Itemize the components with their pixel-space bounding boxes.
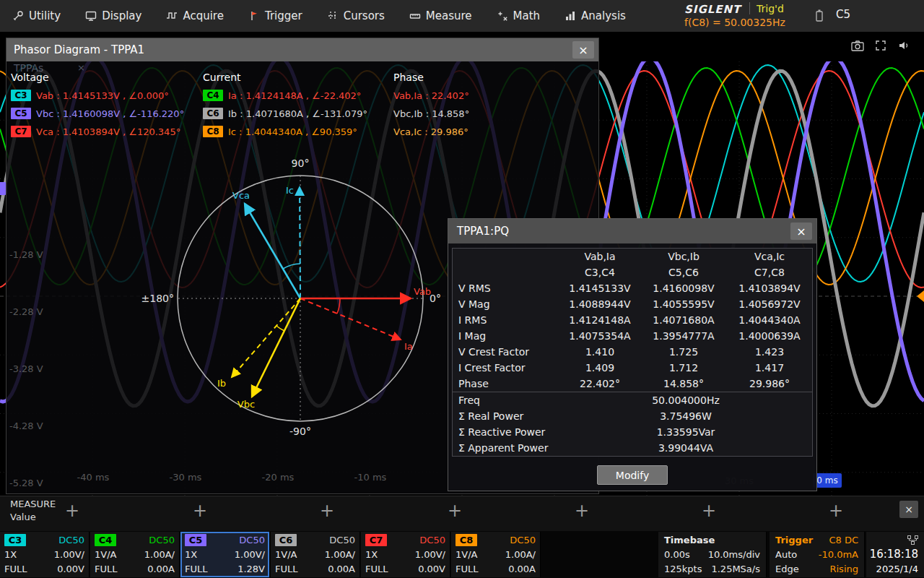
time-grid-label: -10 ms <box>354 472 387 483</box>
pq-value: 1.712 <box>640 362 727 374</box>
screenshot-camera-icon[interactable] <box>849 38 866 53</box>
menu-label: Trigger <box>265 9 302 22</box>
date-display: 2025/1/4 <box>876 564 918 574</box>
add-measurement-slot[interactable]: + <box>191 499 209 522</box>
channel-status-c4[interactable]: C4DC50 1V/A1.00A/ FULL0.00A <box>90 532 180 577</box>
channel-badge: C6 <box>203 108 223 119</box>
legend-value: Vbc,Ib : 14.858° <box>393 108 469 119</box>
frequency-counter-readout: f(C8) = 50.00325Hz <box>684 17 785 28</box>
pq-value: 1.423 <box>727 346 812 358</box>
menu-label: Analysis <box>581 9 626 22</box>
vbc-vector <box>252 298 300 397</box>
probe-label: 1X <box>185 549 197 560</box>
table-row: I Mag 1.4075354A 1.3954777A 1.4000639A <box>453 328 812 344</box>
pq-value: 1.4075354A <box>559 330 640 342</box>
pq-column-header: Vca,Ic <box>727 251 812 262</box>
add-measurement-slot[interactable]: + <box>699 499 718 522</box>
close-icon[interactable]: × <box>790 223 812 240</box>
coupling-label: DC50 <box>149 535 175 545</box>
timebase-panel[interactable]: Timebase 0.00s10.0ms/div 125kpts1.25MSa/… <box>658 532 767 577</box>
pq-row-label: V Crest Factor <box>453 346 559 358</box>
active-channel-label[interactable]: C5 <box>836 8 850 21</box>
trigger-status-label: Trig'd <box>757 3 784 14</box>
channel-status-c3[interactable]: C3DC50 1X1.00V/ FULL0.00V <box>0 532 90 577</box>
channel-status-c7[interactable]: C7DC50 1X1.00V/ FULL0.00V <box>361 532 450 577</box>
pq-value: 1.3954777A <box>640 330 727 342</box>
table-row: I RMS 1.4124148A 1.4071680A 1.4044340A <box>453 312 812 328</box>
add-measurement-slot[interactable]: + <box>63 499 82 522</box>
menu-bar: Utility Display Acquire Trigger Cursors … <box>0 0 924 33</box>
pq-row-label: V Mag <box>453 298 559 310</box>
add-measurement-slot[interactable]: + <box>572 499 591 522</box>
legend-current-header: Current <box>203 72 241 83</box>
legend-value: Vca : 1.4103894V , ∠120.345° <box>36 126 180 137</box>
pq-column-header-row: Vab,Ia Vbc,Ib Vca,Ic <box>453 249 812 264</box>
channel-badge: C3 <box>11 90 31 101</box>
channel-status-c5[interactable]: C5DC50 1X1.00V/ FULL1.28V <box>180 532 270 577</box>
legend-voltage-header: Voltage <box>11 72 49 83</box>
trigger-panel[interactable]: TriggerC8 DC Auto-10.0mA EdgeRising <box>770 532 865 577</box>
trigger-level-marker[interactable] <box>917 290 924 302</box>
siglent-logo: SIGLENT <box>684 3 741 16</box>
pq-channel-row: C3,C4 C5,C6 C7,C8 <box>453 264 812 280</box>
sound-icon[interactable] <box>895 38 912 53</box>
legend-phase-row: Vab,Ia : 22.402° <box>393 89 469 102</box>
pq-value: 1.4103894V <box>727 282 812 294</box>
measure-bar: MEASURE Value + + + + + + + × <box>0 496 924 532</box>
modify-button[interactable]: Modify <box>597 465 668 485</box>
topbar-divider <box>749 2 750 14</box>
menu-acquire[interactable]: Acquire <box>154 0 236 32</box>
volt-grid-label: -1.28 V <box>9 249 43 260</box>
ib-vector <box>232 298 300 377</box>
pq-column-header: Vbc,Ib <box>640 251 727 262</box>
pq-column-header: Vab,Ia <box>559 251 640 262</box>
menu-display[interactable]: Display <box>73 0 154 32</box>
pq-value: 1.410 <box>559 346 640 358</box>
channel-status-c6[interactable]: C6DC50 1V/A1.00A/ FULL0.00A <box>271 532 360 577</box>
probe-label: 1X <box>365 549 378 560</box>
bandwidth-label: FULL <box>4 564 27 574</box>
add-measurement-slot[interactable]: + <box>827 499 845 522</box>
menu-trigger[interactable]: Trigger <box>236 0 315 32</box>
pq-row-label: V RMS <box>453 282 559 294</box>
ia-label: Ia <box>404 341 413 352</box>
trigger-slope: Rising <box>829 564 858 574</box>
pq-row-label: I Mag <box>453 330 559 342</box>
coupling-label: DC50 <box>58 535 84 545</box>
menu-cursors[interactable]: Cursors <box>315 0 397 32</box>
channel-badge: C3 <box>4 534 26 546</box>
close-icon[interactable]: × <box>572 41 594 59</box>
pq-value: 1.417 <box>727 362 812 374</box>
measure-close-icon[interactable]: × <box>899 501 918 518</box>
pq-value: 1.4056972V <box>727 298 812 310</box>
menu-label: Measure <box>426 9 472 22</box>
freq-row: Freq 50.004000Hz <box>453 392 812 408</box>
menu-analysis[interactable]: Analysis <box>552 0 638 32</box>
bandwidth-label: FULL <box>365 564 388 574</box>
channel-badge: C7 <box>365 534 387 546</box>
vca-ic-angle-arc <box>283 264 300 269</box>
add-measurement-slot[interactable]: + <box>445 499 464 522</box>
trigger-source: C8 DC <box>829 535 858 545</box>
pq-value: 1.4071680A <box>640 314 727 326</box>
menu-measure[interactable]: Measure <box>397 0 484 32</box>
pq-dialog-titlebar[interactable]: TPPA1:PQ × <box>448 219 816 243</box>
scale-label: 1.00A/ <box>144 549 175 560</box>
offset-label: 0.00V <box>418 564 445 574</box>
legend-phase-row: Vca,Ic : 29.986° <box>393 125 468 138</box>
volt-grid-label: -3.28 V <box>9 363 43 374</box>
scale-label: 1.00V/ <box>415 549 445 560</box>
add-measurement-slot[interactable]: + <box>318 499 336 522</box>
phasor-window-titlebar[interactable]: Phasor Diagram - TPPA1 × <box>6 38 598 61</box>
fullscreen-icon[interactable] <box>872 38 889 53</box>
menu-utility[interactable]: Utility <box>0 0 73 32</box>
pq-channel-pair: C3,C4 <box>559 267 640 278</box>
pq-row-label: Σ Reactive Power <box>453 426 559 438</box>
clock-panel[interactable]: 16:18:18 2025/1/4 <box>866 532 924 577</box>
legend-phase-row: Vbc,Ib : 14.858° <box>393 107 469 120</box>
channel-status-c8[interactable]: C8DC50 1V/A1.00A/ FULL0.00A <box>451 532 541 577</box>
axis-label-180: ±180° <box>141 293 174 304</box>
menu-math[interactable]: Math <box>484 0 553 32</box>
pq-value: 14.858° <box>640 378 727 389</box>
vca-label: Vca <box>232 190 250 201</box>
